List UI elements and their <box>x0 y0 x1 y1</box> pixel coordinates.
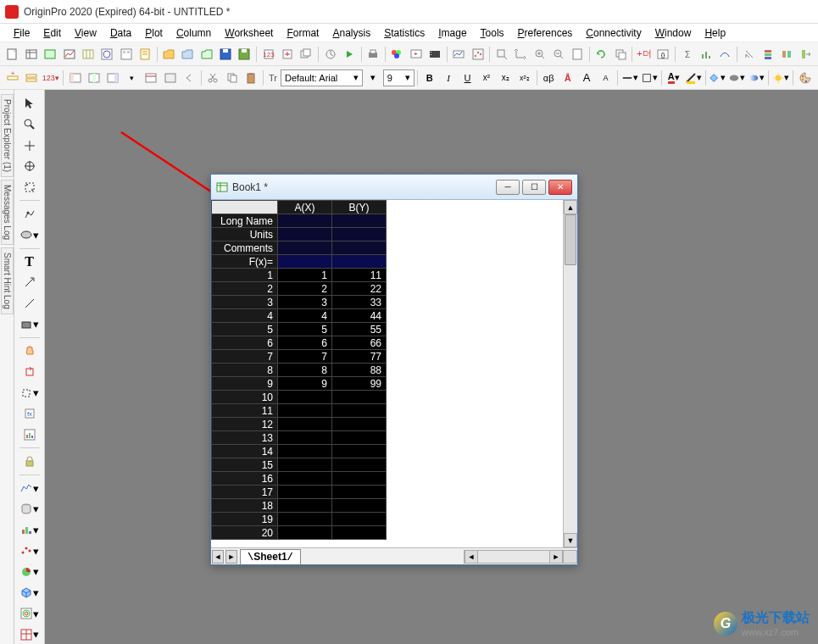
row-header[interactable]: 5 <box>212 323 278 336</box>
row-header[interactable]: 15 <box>212 458 278 472</box>
data-cell[interactable]: 22 <box>332 282 387 296</box>
menu-image[interactable]: Image <box>431 25 473 41</box>
mask-icon[interactable]: ▾ <box>18 225 42 245</box>
worksheet-grid[interactable]: A(X)B(Y)Long NameUnitsCommentsF(x)=11112… <box>211 200 563 547</box>
row-header[interactable]: 17 <box>212 486 278 499</box>
data-cell[interactable] <box>332 431 387 445</box>
video-icon[interactable] <box>426 45 443 64</box>
lighting-icon[interactable]: ▾ <box>771 69 790 87</box>
row-header[interactable]: 11 <box>212 404 278 418</box>
data-cell[interactable] <box>278 486 332 499</box>
label-cell[interactable] <box>332 255 387 269</box>
lock-icon[interactable] <box>18 452 42 471</box>
menu-connectivity[interactable]: Connectivity <box>579 25 648 41</box>
code-builder-icon[interactable]: {} <box>654 45 672 64</box>
move-left-icon[interactable] <box>180 69 198 87</box>
menu-file[interactable]: File <box>7 25 36 41</box>
menu-plot[interactable]: Plot <box>138 25 170 41</box>
label-row-0[interactable]: Long Name <box>212 214 278 228</box>
data-cell[interactable] <box>332 404 387 418</box>
copy-icon[interactable] <box>223 69 241 87</box>
new-layout-icon[interactable] <box>117 45 135 64</box>
label-cell[interactable] <box>332 228 387 242</box>
insert-graph-icon[interactable] <box>18 425 42 445</box>
row-header[interactable]: 12 <box>212 418 278 431</box>
data-cell[interactable]: 1 <box>278 269 332 282</box>
hscroll-right-icon[interactable]: ► <box>549 551 562 563</box>
pointer-icon[interactable] <box>18 94 42 114</box>
template-plot-icon[interactable]: ▾ <box>18 625 42 644</box>
new-color-icon[interactable] <box>388 45 406 64</box>
data-cell[interactable]: 7 <box>278 350 332 364</box>
new-notes-icon[interactable] <box>136 45 153 64</box>
row-header[interactable]: 9 <box>212 377 278 391</box>
sheet-nav-prev[interactable]: ◄ <box>212 550 224 564</box>
menu-worksheet[interactable]: Worksheet <box>218 25 280 41</box>
text-tool-icon[interactable]: T <box>18 252 42 271</box>
label-row-3[interactable]: F(x)= <box>212 255 278 269</box>
data-cell[interactable]: 6 <box>278 336 332 350</box>
menu-edit[interactable]: Edit <box>36 25 68 41</box>
set-label-icon[interactable] <box>142 69 160 87</box>
data-cell[interactable]: 9 <box>278 377 332 391</box>
scroll-down-icon[interactable]: ▼ <box>564 533 577 547</box>
new-2d-plot-icon[interactable] <box>98 45 116 64</box>
data-cell[interactable] <box>332 499 387 513</box>
transpose-icon[interactable] <box>740 45 758 64</box>
data-cell[interactable] <box>278 526 332 540</box>
open-icon[interactable] <box>159 45 177 64</box>
row-header[interactable]: 18 <box>212 499 278 513</box>
data-cell[interactable] <box>278 391 332 404</box>
data-selector-icon[interactable] <box>18 178 42 197</box>
label-cell[interactable] <box>278 242 332 255</box>
superscript-icon[interactable]: x² <box>477 69 495 87</box>
data-cell[interactable]: 2 <box>278 282 332 296</box>
label-row-2[interactable]: Comments <box>212 242 278 255</box>
fill-color-icon[interactable]: ▾ <box>708 69 726 87</box>
row-header[interactable]: 20 <box>212 526 278 540</box>
draw-data-icon[interactable] <box>18 204 42 224</box>
menu-view[interactable]: View <box>68 25 103 41</box>
label-cell[interactable] <box>278 255 332 269</box>
add-row-icon[interactable]: + <box>3 69 21 87</box>
cut-icon[interactable] <box>204 69 222 87</box>
select-all-corner[interactable] <box>212 201 278 214</box>
import-wizard-icon[interactable]: 123 <box>259 45 277 64</box>
menu-format[interactable]: Format <box>280 25 326 41</box>
scatter-plot-icon[interactable]: ▾ <box>18 541 42 561</box>
row-header[interactable]: 1 <box>212 269 278 282</box>
row-header[interactable]: 3 <box>212 296 278 309</box>
col-xy-icon[interactable]: 123▾ <box>42 69 60 87</box>
row-stats-icon[interactable] <box>716 45 734 64</box>
row-header[interactable]: 16 <box>212 472 278 486</box>
minimize-button[interactable]: ─ <box>496 180 520 195</box>
data-cell[interactable] <box>332 445 387 458</box>
line-style-icon[interactable]: ▾ <box>620 69 639 87</box>
sheet-tab[interactable]: \Sheet1/ <box>240 549 301 564</box>
font-dropdown-icon[interactable]: ▾ <box>364 69 381 87</box>
data-cell[interactable] <box>278 404 332 418</box>
data-cell[interactable] <box>278 445 332 458</box>
data-cell[interactable]: 44 <box>332 309 387 323</box>
vertical-scrollbar[interactable]: ▲ ▼ <box>563 200 577 547</box>
paste-icon[interactable] <box>242 69 260 87</box>
data-cell[interactable]: 3 <box>278 296 332 309</box>
data-cell[interactable] <box>332 458 387 472</box>
bold-icon[interactable]: B <box>420 69 438 87</box>
line-tool-icon[interactable] <box>18 294 42 314</box>
label-cell[interactable] <box>278 214 332 228</box>
line-color-icon[interactable]: ▾ <box>684 69 703 87</box>
menu-analysis[interactable]: Analysis <box>326 25 377 41</box>
set-x-icon[interactable] <box>66 69 84 87</box>
menu-column[interactable]: Column <box>170 25 218 41</box>
menu-window[interactable]: Window <box>648 25 698 41</box>
data-cell[interactable] <box>332 526 387 540</box>
row-header[interactable]: 7 <box>212 350 278 364</box>
col-header-1[interactable]: B(Y) <box>332 201 387 214</box>
data-cell[interactable] <box>332 418 387 431</box>
menu-statistics[interactable]: Statistics <box>377 25 431 41</box>
extract-icon[interactable] <box>797 45 815 64</box>
italic-icon[interactable]: I <box>439 69 457 87</box>
data-cell[interactable]: 88 <box>332 364 387 377</box>
new-project-icon[interactable] <box>3 45 21 64</box>
